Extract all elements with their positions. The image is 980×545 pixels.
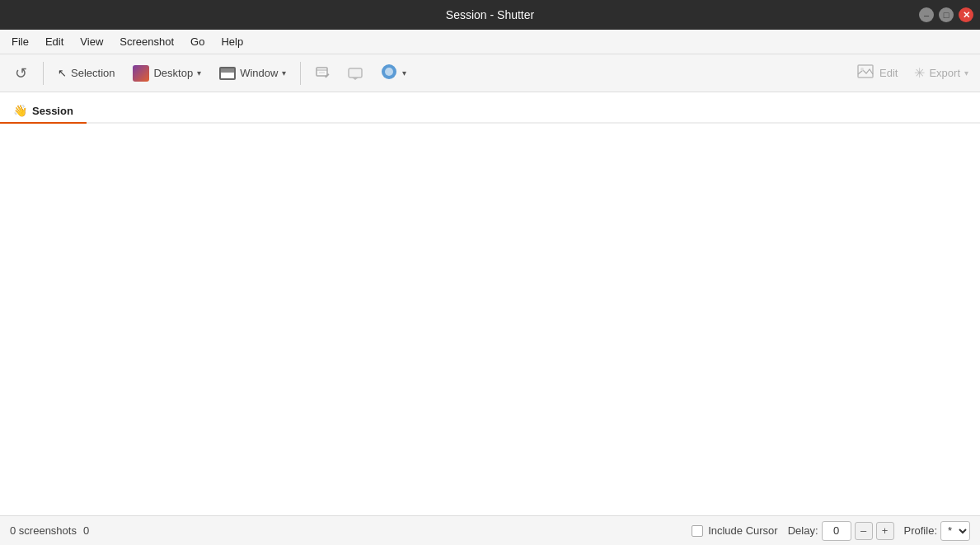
svg-point-8	[860, 68, 864, 71]
menu-screenshot[interactable]: Screenshot	[111, 32, 182, 51]
chat-icon-button[interactable]	[340, 60, 370, 87]
edit-text-button[interactable]: Edit	[851, 59, 904, 87]
menu-go[interactable]: Go	[182, 32, 213, 51]
window-button[interactable]: Window ▾	[212, 62, 293, 85]
export-dropdown-arrow[interactable]: ▾	[964, 68, 968, 78]
extra-count: 0	[83, 524, 89, 537]
menu-help[interactable]: Help	[213, 32, 251, 51]
include-cursor-text: Include Cursor	[708, 524, 778, 537]
tab-session[interactable]: 👋 Session	[0, 97, 87, 124]
toolbar-separator-1	[43, 62, 44, 85]
desktop-label: Desktop	[153, 67, 193, 79]
svg-point-6	[385, 68, 393, 76]
record-button[interactable]: ▾	[373, 58, 413, 88]
delay-input[interactable]	[822, 521, 851, 541]
export-button[interactable]: ✳ Export ▾	[907, 60, 975, 86]
chat-icon	[347, 65, 363, 82]
edit-button-label: Edit	[879, 67, 898, 79]
close-button[interactable]: ✕	[959, 7, 973, 22]
titlebar-controls: – □ ✕	[919, 7, 973, 22]
record-dropdown-arrow[interactable]: ▾	[402, 68, 406, 78]
content-area	[0, 124, 980, 515]
statusbar-right: Include Cursor Delay: – + Profile: *	[692, 521, 970, 541]
statusbar: 0 screenshots 0 Include Cursor Delay: – …	[0, 515, 980, 545]
delay-decrement-button[interactable]: –	[855, 522, 873, 540]
menu-file[interactable]: File	[3, 32, 37, 51]
session-tab-label: Session	[32, 105, 73, 117]
profile-control: Profile: *	[904, 521, 970, 541]
delay-increment-button[interactable]: +	[876, 522, 894, 540]
selection-button[interactable]: ↖ Selection	[50, 62, 122, 84]
delay-control: Delay: – +	[788, 521, 894, 541]
toolbar: ↺ ↖ Selection Desktop ▾ Window ▾	[0, 54, 980, 92]
svg-rect-3	[349, 68, 362, 78]
reload-icon: ↺	[12, 64, 30, 82]
edit-pencil-icon	[314, 65, 331, 82]
session-tab-icon: 👋	[13, 104, 27, 117]
profile-select[interactable]: *	[940, 521, 970, 541]
delay-label: Delay:	[788, 524, 818, 537]
edit-icon-button[interactable]	[307, 60, 337, 87]
window-label: Window	[240, 67, 278, 79]
menu-edit[interactable]: Edit	[37, 32, 72, 51]
profile-label: Profile:	[904, 524, 937, 537]
include-cursor-checkbox[interactable]	[692, 525, 703, 537]
titlebar: Session - Shutter – □ ✕	[0, 0, 980, 30]
window-title: Session - Shutter	[446, 8, 534, 21]
maximize-button[interactable]: □	[939, 7, 954, 22]
window-icon	[219, 67, 236, 80]
svg-rect-0	[317, 68, 327, 76]
menubar: File Edit View Screenshot Go Help	[0, 30, 980, 54]
desktop-button[interactable]: Desktop ▾	[125, 60, 209, 87]
include-cursor-label[interactable]: Include Cursor	[692, 524, 778, 537]
minimize-button[interactable]: –	[919, 7, 934, 22]
reload-button[interactable]: ↺	[5, 59, 36, 87]
image-icon	[857, 63, 875, 82]
screenshots-count: 0 screenshots	[10, 524, 77, 537]
export-pin-icon: ✳	[914, 65, 925, 81]
tabs-bar: 👋 Session	[0, 92, 980, 124]
menu-view[interactable]: View	[72, 32, 111, 51]
export-label: Export	[929, 67, 960, 79]
svg-marker-4	[352, 78, 359, 80]
record-icon	[380, 63, 398, 83]
desktop-dropdown-arrow[interactable]: ▾	[197, 68, 201, 78]
toolbar-separator-2	[300, 62, 301, 85]
desktop-icon	[133, 65, 149, 82]
window-dropdown-arrow[interactable]: ▾	[282, 68, 286, 78]
cursor-icon: ↖	[58, 67, 67, 79]
selection-label: Selection	[71, 67, 115, 79]
